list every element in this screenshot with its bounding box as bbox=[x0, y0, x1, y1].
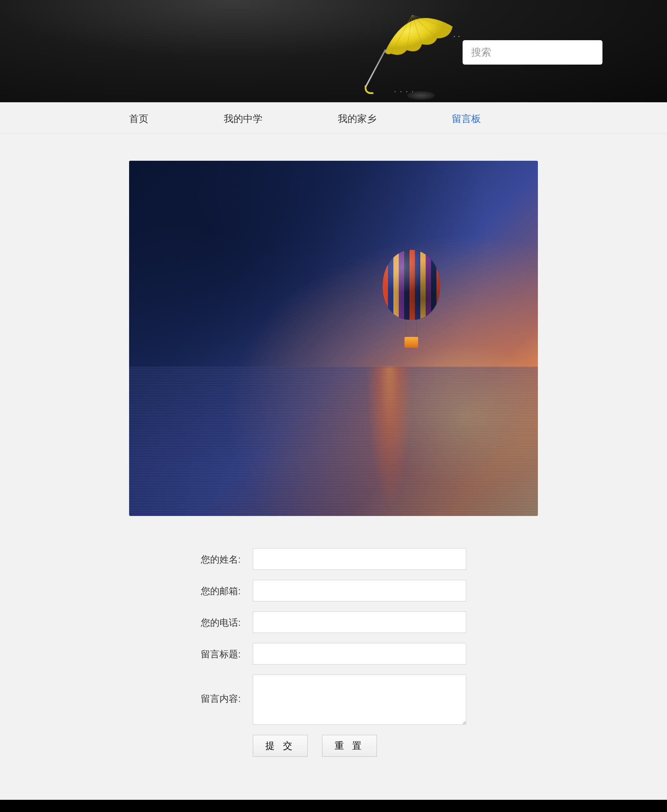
site-header: • • • • • • bbox=[0, 0, 667, 102]
hot-air-balloon-icon bbox=[383, 250, 440, 348]
name-field[interactable] bbox=[253, 548, 466, 570]
nav-guestbook[interactable]: 留言板 bbox=[452, 102, 481, 135]
hero-image: ··· ·· · · bbox=[129, 161, 538, 516]
guestbook-form: 您的姓名: 您的邮箱: 您的电话: 留言标题: 留言内容: 提 交 重 置 bbox=[129, 548, 538, 757]
site-footer: 个人网页 bbox=[0, 800, 667, 812]
nav-home[interactable]: 首页 bbox=[129, 102, 148, 135]
title-label: 留言标题: bbox=[201, 643, 253, 661]
umbrella-icon: • • • • • • bbox=[353, 0, 461, 102]
name-label: 您的姓名: bbox=[201, 548, 253, 566]
phone-label: 您的电话: bbox=[201, 611, 253, 629]
reset-button[interactable]: 重 置 bbox=[322, 735, 377, 757]
email-label: 您的邮箱: bbox=[201, 580, 253, 597]
content-label: 留言内容: bbox=[201, 675, 253, 705]
phone-field[interactable] bbox=[253, 611, 466, 633]
title-field[interactable] bbox=[253, 643, 466, 664]
email-field[interactable] bbox=[253, 580, 466, 601]
nav-hometown[interactable]: 我的家乡 bbox=[338, 102, 377, 135]
main-nav: 首页 我的中学 我的家乡 留言板 bbox=[0, 102, 667, 134]
nav-school[interactable]: 我的中学 bbox=[224, 102, 262, 135]
submit-button[interactable]: 提 交 bbox=[253, 735, 308, 757]
content-field[interactable] bbox=[253, 675, 466, 725]
search-input[interactable] bbox=[463, 40, 602, 65]
